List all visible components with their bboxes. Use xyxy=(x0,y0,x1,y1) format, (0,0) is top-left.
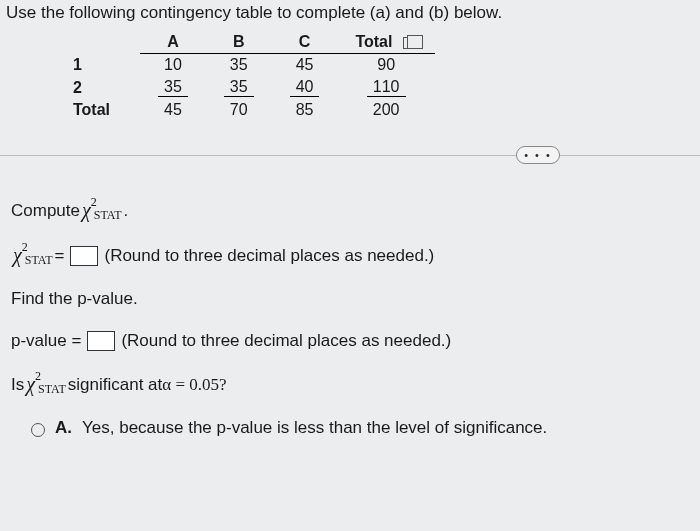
table-row: 2 35 35 40 110 xyxy=(73,76,435,99)
radio-icon[interactable] xyxy=(31,423,45,437)
option-text: Yes, because the p-value is less than th… xyxy=(82,418,547,438)
row-label: 2 xyxy=(73,76,140,99)
significance-question: Is χ2STAT significant at α = 0.05? xyxy=(11,373,700,396)
col-header-b: B xyxy=(206,31,272,54)
row-label: 1 xyxy=(73,54,140,77)
cell: 35 xyxy=(140,76,206,99)
col-header-total: Total xyxy=(337,31,434,54)
pvalue-input-line: p-value = (Round to three decimal places… xyxy=(11,331,700,351)
find-pvalue-line: Find the p-value. xyxy=(11,289,700,309)
col-header-a: A xyxy=(140,31,206,54)
option-letter: A. xyxy=(55,418,72,438)
cell: 35 xyxy=(206,54,272,77)
cell: 40 xyxy=(272,76,338,99)
contingency-table: A B C Total 1 10 35 45 90 xyxy=(73,31,700,121)
cell: 35 xyxy=(206,76,272,99)
cell: 45 xyxy=(140,99,206,121)
cell: 85 xyxy=(272,99,338,121)
chi-squared-stat: χ2STAT xyxy=(13,244,53,267)
table-row: Total 45 70 85 200 xyxy=(73,99,435,121)
pvalue-input[interactable] xyxy=(87,331,115,351)
row-label-total: Total xyxy=(73,99,140,121)
cell: 90 xyxy=(337,54,434,77)
more-icon[interactable]: • • • xyxy=(516,146,560,164)
col-header-c: C xyxy=(272,31,338,54)
question-intro: Use the following contingency table to c… xyxy=(3,3,700,23)
option-a-row[interactable]: A. Yes, because the p-value is less than… xyxy=(11,418,700,438)
cell: 10 xyxy=(140,54,206,77)
copy-icon[interactable] xyxy=(403,37,417,49)
table-row: 1 10 35 45 90 xyxy=(73,54,435,77)
chi-squared-stat: χ2STAT xyxy=(26,373,66,396)
cell: 200 xyxy=(337,99,434,121)
cell: 45 xyxy=(272,54,338,77)
cell: 110 xyxy=(337,76,434,99)
chi-stat-input-line: χ2STAT = (Round to three decimal places … xyxy=(11,244,700,267)
round-hint: (Round to three decimal places as needed… xyxy=(121,331,451,351)
divider xyxy=(0,155,700,156)
compute-line: Compute χ2STAT . xyxy=(11,199,700,222)
cell: 70 xyxy=(206,99,272,121)
round-hint: (Round to three decimal places as needed… xyxy=(104,246,434,266)
chi-squared-stat: χ2STAT xyxy=(82,199,122,222)
chi-stat-input[interactable] xyxy=(70,246,98,266)
